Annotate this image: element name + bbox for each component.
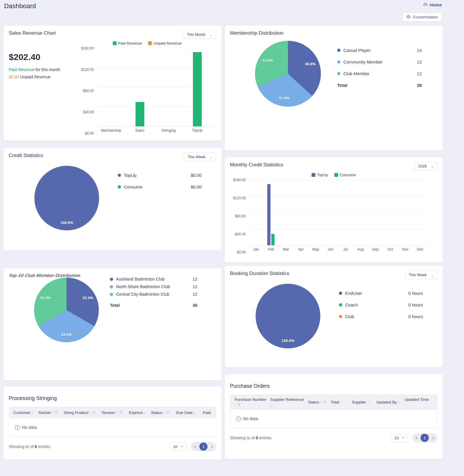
sort-icon[interactable]: ↓: [194, 410, 196, 415]
col-updated-by[interactable]: Updated By ↓: [375, 399, 403, 406]
top-bar: Dashboard Home Customization: [0, 0, 464, 22]
top10-club-title: Top 10 Club Member Distribution: [8, 273, 81, 278]
x-axis: JanFebMarAprMayJunJulAugSepOctNovDec: [249, 245, 428, 252]
filter-icon[interactable]: [93, 411, 96, 414]
auckland-dot: [110, 278, 113, 281]
filter-icon[interactable]: [55, 411, 58, 414]
credit-period-select[interactable]: This Week ⌄: [184, 153, 216, 161]
sort-icon[interactable]: ↓: [144, 410, 146, 415]
col-due-date[interactable]: Due Date ↓: [174, 409, 201, 416]
col-paid[interactable]: Paid: [201, 409, 215, 416]
coach-dot: [339, 303, 342, 306]
col-updated-time[interactable]: Updated Time ↓: [403, 396, 432, 408]
x-axis: MembershipSalesStringingTopUp: [97, 126, 212, 133]
legend-club-member[interactable]: Club Member 12: [337, 68, 422, 79]
filter-icon[interactable]: [166, 411, 169, 414]
col-total[interactable]: Total ↓: [329, 399, 350, 406]
purchase-page-size-select[interactable]: 10 ˄: [391, 434, 408, 442]
legend-auckland[interactable]: Auckland Badminton Club 12: [110, 275, 197, 283]
top10-club-card: Top 10 Club Member Distribution 33.3%33.…: [3, 268, 222, 380]
unpaid-revenue-amount: $0.00: [9, 75, 19, 79]
membership-pie-chart: 36.8%31.6%31.6%: [255, 41, 321, 107]
sort-icon[interactable]: ↓: [368, 400, 369, 404]
legend-unpaid-revenue[interactable]: Unpaid Revenue: [148, 41, 182, 45]
filter-icon[interactable]: [238, 403, 241, 406]
customization-button[interactable]: Customization: [402, 13, 442, 22]
sales-period-value: This Month: [187, 32, 205, 37]
booking-duration-title: Booking Duration Statistics: [230, 271, 289, 276]
col-supplier[interactable]: Supplier ↓: [350, 399, 375, 406]
paid-revenue-label: Paid Revenue: [9, 67, 34, 72]
consume-legend-swatch: [334, 173, 338, 177]
legend-enduser[interactable]: EndUser 0 hours: [339, 287, 423, 299]
credit-legend: TopUp $0.00 Consume $0.00: [118, 166, 202, 230]
monthly-credit-title: Monthly Credit Statistics: [230, 162, 283, 168]
legend-topup[interactable]: TopUp $0.00: [118, 169, 202, 181]
processing-stringing-title: Processing Stringing: [9, 395, 216, 401]
booking-legend: EndUser 0 hours Coach 0 hours Club 0 hou…: [339, 284, 423, 348]
col-status[interactable]: Status ↓: [149, 409, 174, 416]
legend-topup[interactable]: TopUp: [312, 173, 328, 177]
col-status[interactable]: Status ↓: [306, 399, 329, 406]
col-tension[interactable]: Tension ↓: [100, 409, 127, 416]
home-link[interactable]: Home: [423, 2, 442, 7]
col-customer[interactable]: Customer ↓: [9, 409, 37, 416]
sort-icon[interactable]: ↓: [404, 403, 406, 407]
filter-icon[interactable]: [323, 401, 326, 404]
sort-icon[interactable]: ↓: [398, 400, 400, 404]
booking-pie-chart: 100.0%: [256, 284, 320, 348]
col-racket[interactable]: Racket ↓: [37, 409, 62, 416]
year-value: 2026: [418, 164, 427, 168]
home-label: Home: [430, 2, 442, 7]
col-supplier-reference[interactable]: Supplier Reference ↓: [268, 396, 306, 408]
col-express[interactable]: Express ↓: [127, 409, 149, 416]
next-page-button[interactable]: ›: [432, 435, 435, 441]
legend-consume[interactable]: Consume $0.00: [118, 181, 202, 193]
sort-icon[interactable]: ↓: [90, 410, 92, 415]
legend-paid-revenue[interactable]: Paid Revenue: [113, 41, 142, 45]
prev-page-button[interactable]: ‹: [194, 444, 197, 449]
processing-page-size-select[interactable]: 10 ˄: [169, 442, 187, 451]
sales-revenue-title: Sales Revenue Chart: [9, 30, 56, 36]
legend-consume[interactable]: Consume: [334, 173, 356, 177]
sort-icon[interactable]: ↓: [163, 410, 165, 415]
topup-legend-swatch: [312, 173, 315, 177]
paid-revenue-amount: $202.40: [9, 52, 78, 62]
sort-icon[interactable]: ↓: [32, 410, 34, 415]
paid-legend-swatch: [113, 41, 117, 45]
sort-icon[interactable]: ↓: [320, 400, 322, 404]
unpaid-revenue-label: Unpaid Revenue: [20, 75, 50, 79]
prev-page-button[interactable]: ‹: [415, 435, 418, 441]
sales-summary: $202.40 Paid Revenue for this month $0.0…: [9, 39, 78, 133]
top10-pie-chart: 33.3%33.3%33.3%: [34, 278, 99, 342]
next-page-button[interactable]: ›: [210, 444, 213, 449]
legend-central-city[interactable]: Central City Badminton Club 12: [110, 290, 197, 298]
year-select[interactable]: 2026 ⌄: [414, 162, 437, 170]
col-purchase-number[interactable]: Purchase Number ↓: [230, 396, 268, 408]
page-1-button[interactable]: 1: [199, 442, 208, 451]
club-dot: [339, 315, 342, 318]
sort-icon[interactable]: ↓: [270, 403, 272, 407]
monthly-credit-card: Monthly Credit Statistics 2026 ⌄ TopUp C…: [225, 157, 443, 262]
booking-period-select[interactable]: This Week ⌄: [405, 271, 437, 279]
credit-statistics-title: Credit Statistics: [9, 153, 43, 158]
sort-icon[interactable]: ↓: [52, 410, 54, 415]
purchase-orders-card: Purchase Orders Purchase Number ↓ Suppli…: [225, 374, 443, 459]
col-string-product[interactable]: String Product ↓: [62, 409, 100, 416]
legend-community-member[interactable]: Community Member 12: [337, 56, 422, 68]
sort-icon[interactable]: ↓: [340, 400, 342, 404]
processing-empty-state: ! No data.: [9, 418, 216, 437]
sales-period-select[interactable]: This Month ⌄: [183, 30, 216, 39]
filter-icon[interactable]: [119, 411, 122, 414]
legend-casual-player[interactable]: Casual Player 14: [337, 44, 422, 56]
credit-pie-chart: 100.0%: [34, 166, 99, 230]
topup-dot: [118, 174, 121, 177]
sort-icon[interactable]: ↓: [235, 403, 236, 407]
legend-north-shore[interactable]: North Shore Badminton Club 12: [110, 283, 197, 290]
page-1-button[interactable]: 1: [421, 434, 429, 442]
sort-icon[interactable]: ↓: [116, 410, 118, 415]
legend-coach[interactable]: Coach 0 hours: [339, 299, 423, 311]
booking-period-value: This Week: [409, 273, 427, 277]
credit-statistics-card: Credit Statistics This Week ⌄ 100.0% Top…: [3, 148, 222, 251]
legend-club[interactable]: Club 0 hours: [339, 311, 423, 322]
